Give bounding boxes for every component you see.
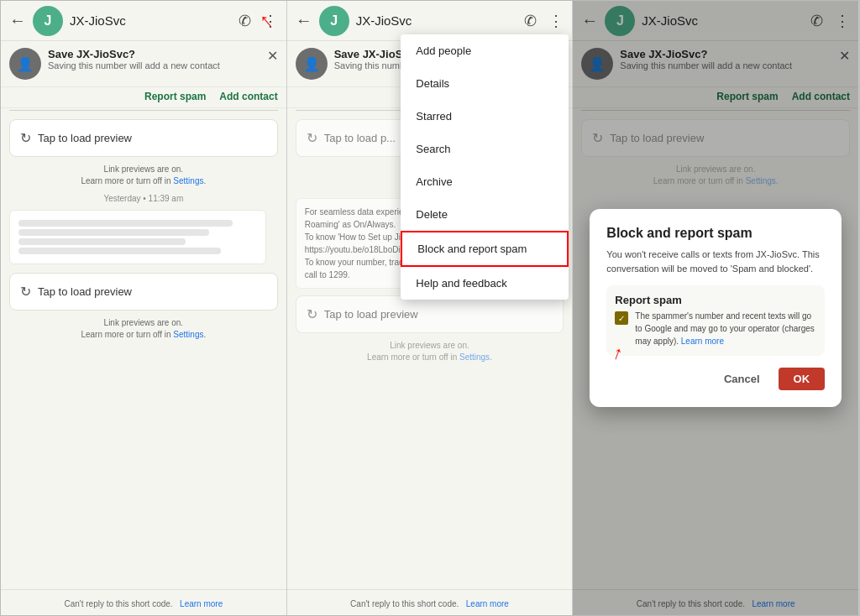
refresh-icon-4: ↻ xyxy=(307,306,317,322)
red-arrow-indicator-3: ↑ xyxy=(610,342,626,365)
avatar-2: J xyxy=(319,6,349,36)
preview-text-4: Tap to load preview xyxy=(324,308,418,321)
link-info-1: Link previews are on.Learn more or turn … xyxy=(1,160,286,191)
preview-card-2[interactable]: ↻ Tap to load preview xyxy=(9,273,278,311)
preview-text-3: Tap to load p... xyxy=(324,132,396,144)
back-button-1[interactable]: ← xyxy=(9,11,26,30)
save-text-1: Save JX-JioSvc? Saving this number will … xyxy=(48,48,260,70)
phone-icon-1[interactable]: ✆ xyxy=(239,12,251,30)
preview-card-1[interactable]: ↻ Tap to load preview xyxy=(9,119,278,157)
link-info-2: Link previews are on.Learn more or turn … xyxy=(1,314,286,344)
dropdown-item-block-spam[interactable]: Block and report spam xyxy=(401,231,569,267)
dialog-section-row: ✓ The spammer's number and recent texts … xyxy=(615,310,816,347)
blurred-line-4 xyxy=(18,248,221,254)
save-subtitle-1: Saving this number will add a new contac… xyxy=(48,60,260,70)
report-spam-btn-1[interactable]: Report spam xyxy=(144,91,206,102)
blurred-line-1 xyxy=(18,220,233,227)
dialog-section-title: Report spam xyxy=(615,294,816,306)
avatar-1: J xyxy=(33,6,63,36)
blurred-line-3 xyxy=(18,238,186,245)
panel-2: ← J JX-JioSvc ✆ ⋮ 👤 Save JX-JioSvc? Savi… xyxy=(287,1,574,615)
save-actions-1: Report spam Add contact xyxy=(1,87,286,108)
check-icon: ✓ xyxy=(618,314,625,323)
add-contact-btn-1[interactable]: Add contact xyxy=(219,91,277,102)
bottom-bar-1: Can't reply to this short code. Learn mo… xyxy=(1,589,286,615)
preview-text-1: Tap to load preview xyxy=(38,132,132,144)
cant-reply-1: Can't reply to this short code. xyxy=(64,599,172,608)
contact-name-2[interactable]: JX-JioSvc xyxy=(356,13,518,28)
save-close-1[interactable]: ✕ xyxy=(267,48,278,64)
preview-text-2: Tap to load preview xyxy=(38,285,132,298)
blurred-line-2 xyxy=(18,229,209,236)
learn-more-link-1[interactable]: Learn more xyxy=(180,599,223,608)
save-title-1: Save JX-JioSvc? xyxy=(48,48,260,60)
dropdown-item-search[interactable]: Search xyxy=(401,133,569,165)
dialog-section-text: The spammer's number and recent texts wi… xyxy=(635,310,816,347)
settings-link-1[interactable]: Settings xyxy=(173,176,203,185)
back-button-2[interactable]: ← xyxy=(296,11,312,30)
header-icons-2: ✆ ⋮ xyxy=(524,12,564,30)
bottom-bar-2: Can't reply to this short code. Learn mo… xyxy=(287,589,573,615)
chat-content-1: ↻ Tap to load preview Link previews are … xyxy=(1,112,286,589)
save-avatar-1: 👤 xyxy=(9,48,41,80)
header-1: ← J JX-JioSvc ✆ ⋮ xyxy=(1,1,286,41)
more-icon-2[interactable]: ⋮ xyxy=(548,12,564,30)
dropdown-item-add-people[interactable]: Add people xyxy=(401,34,569,67)
dialog-title: Block and report spam xyxy=(606,226,825,241)
dialog-section: Report spam ✓ The spammer's number and r… xyxy=(606,285,825,356)
learn-more-link-2[interactable]: Learn more xyxy=(466,599,509,608)
dialog-description: You won't receive calls or texts from JX… xyxy=(606,248,825,275)
dropdown-item-archive[interactable]: Archive xyxy=(401,165,569,198)
phone-icon-2[interactable]: ✆ xyxy=(524,12,537,30)
preview-card-4[interactable]: ↻ Tap to load preview xyxy=(296,295,564,333)
dialog-cancel-button[interactable]: Cancel xyxy=(716,368,768,390)
contact-name-1[interactable]: JX-JioSvc xyxy=(70,13,232,28)
save-banner-1: 👤 Save JX-JioSvc? Saving this number wil… xyxy=(1,41,286,87)
more-icon-1[interactable]: ⋮ xyxy=(263,12,278,30)
link-info-text-4: Link previews are on.Learn more or turn … xyxy=(367,341,492,362)
link-info-4: Link previews are on.Learn more or turn … xyxy=(287,337,573,367)
panel-3: ← J JX-JioSvc ✆ ⋮ 👤 Save JX-JioSvc? Savi… xyxy=(573,1,859,615)
refresh-icon-1: ↻ xyxy=(20,130,31,146)
refresh-icon-3: ↻ xyxy=(307,130,317,146)
save-avatar-2: 👤 xyxy=(296,48,328,80)
dropdown-item-starred[interactable]: Starred xyxy=(401,100,569,133)
dialog-ok-button[interactable]: OK xyxy=(779,368,826,390)
refresh-icon-2: ↻ xyxy=(20,284,31,300)
timestamp-1: Yesterday • 11:39 am xyxy=(1,191,286,206)
dropdown-item-help[interactable]: Help and feedback xyxy=(401,267,569,300)
dropdown-item-details[interactable]: Details xyxy=(401,67,569,100)
learn-more-dialog-link[interactable]: Learn more xyxy=(681,337,724,346)
dropdown-item-delete[interactable]: Delete xyxy=(401,198,569,231)
report-spam-checkbox[interactable]: ✓ xyxy=(615,311,628,325)
dropdown-menu: Add people Details Starred Search Archiv… xyxy=(401,34,569,300)
link-info-text-1: Link previews are on.Learn more or turn … xyxy=(81,164,206,185)
dialog-actions: Cancel OK xyxy=(606,368,825,390)
dialog-overlay: Block and report spam You won't receive … xyxy=(573,1,858,615)
link-info-text-2: Link previews are on.Learn more or turn … xyxy=(81,318,206,339)
settings-link-3[interactable]: Settings xyxy=(459,352,490,362)
settings-link-2[interactable]: Settings xyxy=(173,330,203,339)
cant-reply-2: Can't reply to this short code. xyxy=(350,599,459,608)
header-icons-1: ✆ ⋮ xyxy=(239,12,278,30)
divider-1 xyxy=(9,110,278,111)
message-bubble-1 xyxy=(9,210,266,264)
panel-1: ← J JX-JioSvc ✆ ⋮ ↑ 👤 Save JX-JioSvc? Sa… xyxy=(1,1,287,615)
dialog-box: Block and report spam You won't receive … xyxy=(590,209,842,407)
